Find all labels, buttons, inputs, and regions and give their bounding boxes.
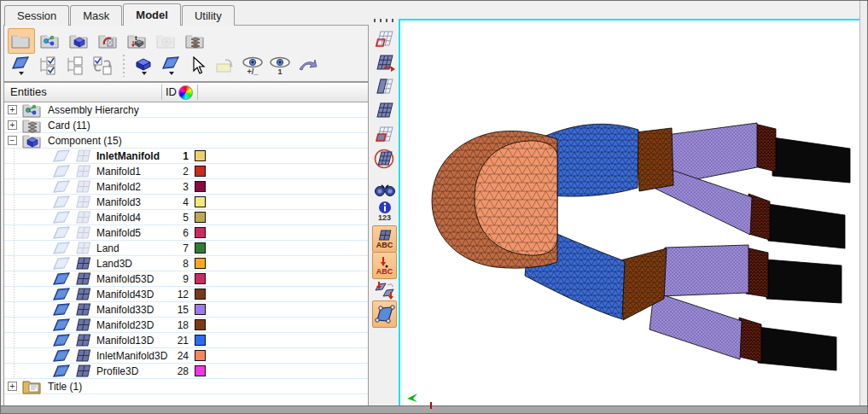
history-view-button[interactable] xyxy=(95,28,122,54)
tree-component-row[interactable]: Land7 xyxy=(4,241,368,256)
color-swatch[interactable] xyxy=(195,273,206,284)
display-feature-mode-button[interactable] xyxy=(372,124,397,148)
color-swatch[interactable] xyxy=(195,150,206,161)
mesh-icon[interactable] xyxy=(75,179,92,195)
geometry-icon[interactable] xyxy=(52,149,71,164)
undo-view-button[interactable] xyxy=(294,54,320,78)
geometry-icon[interactable] xyxy=(52,225,71,241)
tree-component-row[interactable]: Manifold45 xyxy=(4,210,368,225)
entity-link-view-button[interactable] xyxy=(37,28,64,54)
color-wheel-icon[interactable] xyxy=(178,85,193,100)
display-mixed-mode-button[interactable] xyxy=(372,76,397,100)
geometry-icon[interactable] xyxy=(52,164,71,179)
mesh-icon[interactable] xyxy=(75,364,92,379)
mesh-icon[interactable] xyxy=(75,225,92,241)
geometry-icon[interactable] xyxy=(52,333,71,348)
color-swatch[interactable] xyxy=(195,242,206,254)
visualization-button[interactable] xyxy=(372,300,397,328)
geometry-icon[interactable] xyxy=(52,287,71,302)
mesh-icon[interactable] xyxy=(75,318,92,333)
display-shaded-mesh-button[interactable] xyxy=(372,52,397,76)
tree-component-row[interactable]: Manifold23 xyxy=(4,179,368,195)
color-swatch[interactable] xyxy=(195,319,206,330)
tree-component-row[interactable]: Manifold12 xyxy=(4,164,368,179)
arrows-sync-button[interactable] xyxy=(372,278,397,302)
display-filled-mode-button[interactable] xyxy=(372,100,397,124)
geometry-icon[interactable] xyxy=(52,271,71,287)
tree-component-row[interactable]: Manifold13D21 xyxy=(4,333,368,348)
color-swatch[interactable] xyxy=(195,258,206,269)
toolbar-drag-handle[interactable] xyxy=(374,19,396,22)
component-collector-dropdown[interactable] xyxy=(8,54,33,78)
tree-component-row[interactable]: InletManifold1 xyxy=(4,149,368,164)
element-labels-button[interactable]: ABC xyxy=(372,225,397,253)
tree-component-row[interactable]: Manifold34 xyxy=(4,195,368,210)
display-wire-mode-button[interactable] xyxy=(372,28,397,52)
element-collector-dropdown[interactable] xyxy=(131,54,156,78)
id-column-header[interactable]: ID xyxy=(166,85,177,98)
geometry-icon[interactable] xyxy=(52,195,71,210)
collector-dropdown-2[interactable] xyxy=(158,54,184,78)
viewport-3d[interactable] xyxy=(399,19,862,408)
tree-component-row[interactable]: Manifold23D18 xyxy=(4,318,368,333)
pointer-select-button[interactable] xyxy=(185,54,211,78)
mesh-icon[interactable] xyxy=(75,256,92,271)
mesh-icon[interactable] xyxy=(75,271,92,287)
reverse-check-button[interactable] xyxy=(90,54,115,78)
tree-group-row[interactable]: −Component (15) xyxy=(4,133,368,149)
color-swatch[interactable] xyxy=(195,289,206,300)
tab-utility[interactable]: Utility xyxy=(182,5,235,26)
mesh-icon[interactable] xyxy=(75,164,92,179)
geometry-icon[interactable] xyxy=(52,318,71,333)
color-swatch[interactable] xyxy=(195,304,206,315)
color-swatch[interactable] xyxy=(195,212,206,223)
mesh-icon[interactable] xyxy=(75,210,92,225)
mesh-icon[interactable] xyxy=(75,348,92,364)
tree-group-row[interactable]: +Assembly Hierarchy xyxy=(4,102,368,118)
tab-mask[interactable]: Mask xyxy=(70,5,122,26)
uncheck-all-button[interactable] xyxy=(62,54,88,78)
color-swatch[interactable] xyxy=(195,350,206,361)
expand-toggle[interactable]: + xyxy=(8,382,17,391)
tab-session[interactable]: Session xyxy=(4,5,69,26)
geometry-icon[interactable] xyxy=(52,348,71,364)
geometry-icon[interactable] xyxy=(52,241,71,256)
load-labels-button[interactable]: ABC xyxy=(372,252,397,279)
tree-component-row[interactable]: Manifold56 xyxy=(4,225,368,241)
geometry-icon[interactable] xyxy=(52,364,71,379)
tree-component-row[interactable]: InletManifold3D24 xyxy=(4,348,368,364)
import-view-button[interactable]: t xyxy=(124,28,151,54)
color-swatch[interactable] xyxy=(195,196,206,207)
color-swatch[interactable] xyxy=(195,227,206,238)
mesh-icon[interactable] xyxy=(75,241,92,256)
geometry-icon[interactable] xyxy=(52,179,71,195)
tree-component-row[interactable]: Profile3D28 xyxy=(4,364,368,379)
folder-view-button[interactable] xyxy=(8,28,35,54)
expand-toggle[interactable]: + xyxy=(8,105,17,114)
geometry-icon[interactable] xyxy=(52,256,71,271)
tree-component-row[interactable]: Manifold43D12 xyxy=(4,287,368,302)
isolate-button[interactable]: 1 xyxy=(267,54,293,78)
tree-group-row[interactable]: +Card (11) xyxy=(4,118,368,133)
collapse-toggle[interactable]: − xyxy=(8,136,17,145)
show-hide-button[interactable]: +/_ xyxy=(240,54,265,78)
component-view-button[interactable] xyxy=(66,28,93,54)
spherical-clip-button[interactable] xyxy=(372,147,397,171)
check-all-button[interactable] xyxy=(35,54,61,78)
color-swatch[interactable] xyxy=(195,335,206,346)
color-swatch[interactable] xyxy=(195,181,206,192)
mesh-icon[interactable] xyxy=(75,287,92,302)
geometry-icon[interactable] xyxy=(52,210,71,225)
mesh-icon[interactable] xyxy=(75,149,92,164)
numbers-button[interactable]: 123 xyxy=(372,196,397,225)
tree-component-row[interactable]: Manifold33D15 xyxy=(4,302,368,318)
color-swatch[interactable] xyxy=(195,166,206,177)
expand-toggle[interactable]: + xyxy=(8,120,17,130)
geometry-icon[interactable] xyxy=(52,302,71,318)
mesh-icon[interactable] xyxy=(75,333,92,348)
color-swatch[interactable] xyxy=(195,365,206,376)
tree-component-row[interactable]: Land3D8 xyxy=(4,256,368,271)
mesh-icon[interactable] xyxy=(75,302,92,318)
tree-component-row[interactable]: Manifold53D9 xyxy=(4,271,368,287)
stack-view-button[interactable] xyxy=(182,28,209,54)
